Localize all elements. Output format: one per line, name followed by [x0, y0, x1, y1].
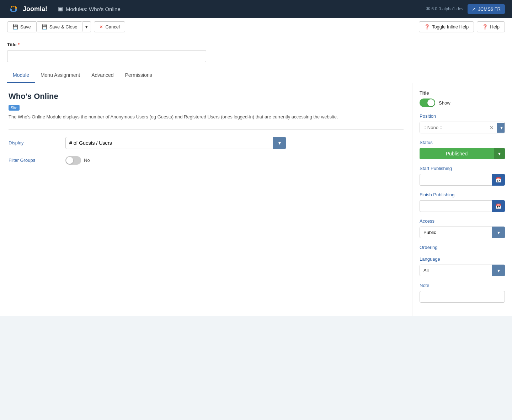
- toolbar-right: ❓ Toggle Inline Help ❓ Help: [419, 21, 505, 32]
- page-footer: [0, 316, 512, 330]
- toggle-inline-help-button[interactable]: ❓ Toggle Inline Help: [419, 21, 474, 32]
- modules-icon: ▣: [58, 6, 63, 12]
- save-button[interactable]: 💾 Save: [7, 21, 36, 32]
- joomla-logo-icon: [7, 2, 20, 15]
- right-start-publishing-field: Start Publishing 📅: [420, 166, 505, 186]
- start-publishing-calendar-button[interactable]: 📅: [492, 174, 505, 186]
- page-header: Joomla! ▣ Modules: Who's Online ⌘ 6.0.0-…: [0, 0, 512, 18]
- external-link-icon: ↗: [472, 6, 476, 12]
- right-ordering-field: Ordering: [420, 245, 505, 250]
- right-panel: Title Show Position ✕ ▾ Status Published…: [412, 83, 512, 316]
- cms-button[interactable]: ↗ JCMS6 FR: [468, 4, 505, 14]
- tab-menu-assignment[interactable]: Menu Assignment: [35, 68, 86, 83]
- right-finish-publishing-field: Finish Publishing 📅: [420, 192, 505, 212]
- filter-groups-value: No: [84, 158, 90, 163]
- filter-groups-toggle-wrapper: No: [65, 156, 286, 165]
- right-note-label: Note: [420, 283, 505, 288]
- cancel-icon: ✕: [99, 24, 103, 30]
- right-start-publishing-label: Start Publishing: [420, 166, 505, 171]
- display-field-row: Display # of Guests / Users # of Guests …: [9, 137, 404, 149]
- language-wrapper: All English (en-GB) ▾: [420, 265, 505, 276]
- display-control: # of Guests / Users # of Guests # of Use…: [65, 137, 286, 149]
- title-toggle-knob: [427, 99, 434, 106]
- right-language-label: Language: [420, 256, 505, 262]
- right-status-label: Status: [420, 140, 505, 145]
- save-button-group: 💾 Save 💾 Save & Close ▾: [7, 21, 91, 32]
- display-label: Display: [9, 140, 65, 145]
- divider: [9, 129, 404, 130]
- help-button[interactable]: ❓ Help: [477, 21, 505, 32]
- title-input[interactable]: [7, 50, 206, 62]
- title-show-toggle[interactable]: [420, 99, 435, 107]
- header-title: ▣ Modules: Who's Online: [58, 6, 426, 12]
- display-select[interactable]: # of Guests / Users # of Guests # of Use…: [65, 137, 286, 149]
- toggle-knob: [66, 157, 73, 164]
- save-close-button[interactable]: 💾 Save & Close: [36, 21, 83, 32]
- left-panel: Who's Online Site The Who's Online Modul…: [0, 83, 412, 316]
- svg-point-0: [7, 2, 20, 15]
- filter-groups-toggle[interactable]: [65, 156, 81, 165]
- finish-publishing-wrapper: 📅: [420, 200, 505, 212]
- display-select-wrapper: # of Guests / Users # of Guests # of Use…: [65, 137, 286, 149]
- header-right: ⌘ 6.0.0-alpha1-dev ↗ JCMS6 FR: [426, 4, 505, 14]
- help-label: Help: [490, 24, 500, 30]
- module-title: Who's Online: [9, 92, 404, 101]
- cancel-label: Cancel: [105, 24, 119, 30]
- right-note-field: Note: [420, 283, 505, 303]
- access-wrapper: Public Guest Registered Special Super Us…: [420, 227, 505, 238]
- right-language-field: Language All English (en-GB) ▾: [420, 256, 505, 276]
- right-title-label: Title: [420, 90, 505, 96]
- right-access-field: Access Public Guest Registered Special S…: [420, 218, 505, 238]
- finish-publishing-input[interactable]: [420, 200, 492, 212]
- status-dropdown-button[interactable]: ▾: [494, 148, 505, 159]
- start-publishing-wrapper: 📅: [420, 174, 505, 186]
- joomla-logo: Joomla!: [7, 2, 47, 15]
- position-wrapper: ✕ ▾: [420, 122, 505, 133]
- position-clear-button[interactable]: ✕: [487, 123, 497, 133]
- right-position-field: Position ✕ ▾: [420, 113, 505, 133]
- joomla-logo-text: Joomla!: [23, 5, 47, 13]
- note-input[interactable]: [420, 291, 505, 303]
- save-label: Save: [20, 24, 31, 30]
- language-select[interactable]: All English (en-GB): [420, 265, 505, 276]
- required-indicator: *: [17, 42, 20, 47]
- toolbar: 💾 Save 💾 Save & Close ▾ ✕ Cancel ❓ Toggl…: [0, 18, 512, 36]
- save-close-label: Save & Close: [49, 24, 78, 30]
- question-circle-icon: ❓: [424, 24, 430, 30]
- save-icon: 💾: [12, 24, 18, 30]
- position-input[interactable]: [420, 122, 487, 133]
- site-badge: Site: [9, 105, 20, 111]
- title-toggle-row: Show: [420, 99, 505, 107]
- right-finish-publishing-label: Finish Publishing: [420, 192, 505, 197]
- chevron-down-icon: ▾: [85, 24, 88, 30]
- title-show-label: Show: [439, 100, 450, 106]
- status-wrapper: Published ▾: [420, 148, 505, 159]
- main-content: Who's Online Site The Who's Online Modul…: [0, 83, 512, 316]
- status-button[interactable]: Published: [420, 148, 494, 159]
- filter-groups-control: No: [65, 156, 286, 165]
- title-section: Title *: [0, 36, 512, 68]
- tab-permissions[interactable]: Permissions: [119, 68, 158, 83]
- title-field-label: Title *: [7, 42, 505, 47]
- cms-button-label: JCMS6 FR: [478, 6, 501, 12]
- right-ordering-label: Ordering: [420, 245, 505, 250]
- filter-groups-label: Filter Groups: [9, 158, 65, 163]
- right-access-label: Access: [420, 218, 505, 224]
- finish-publishing-calendar-button[interactable]: 📅: [492, 200, 505, 212]
- right-status-field: Status Published ▾: [420, 140, 505, 159]
- tab-module[interactable]: Module: [7, 68, 35, 83]
- help-icon: ❓: [482, 24, 488, 30]
- tab-advanced[interactable]: Advanced: [86, 68, 119, 83]
- filter-groups-field-row: Filter Groups No: [9, 156, 404, 165]
- start-publishing-input[interactable]: [420, 174, 492, 186]
- version-text: ⌘ 6.0.0-alpha1-dev: [426, 6, 463, 11]
- right-position-label: Position: [420, 113, 505, 119]
- cancel-button[interactable]: ✕ Cancel: [94, 21, 125, 32]
- access-select[interactable]: Public Guest Registered Special Super Us…: [420, 227, 505, 238]
- module-description: The Who's Online Module displays the num…: [9, 113, 404, 121]
- toggle-help-label: Toggle Inline Help: [432, 24, 469, 30]
- position-dropdown-button[interactable]: ▾: [497, 123, 505, 133]
- save-dropdown-button[interactable]: ▾: [82, 21, 91, 32]
- save-close-icon: 💾: [42, 24, 47, 30]
- right-title-field: Title Show: [420, 90, 505, 107]
